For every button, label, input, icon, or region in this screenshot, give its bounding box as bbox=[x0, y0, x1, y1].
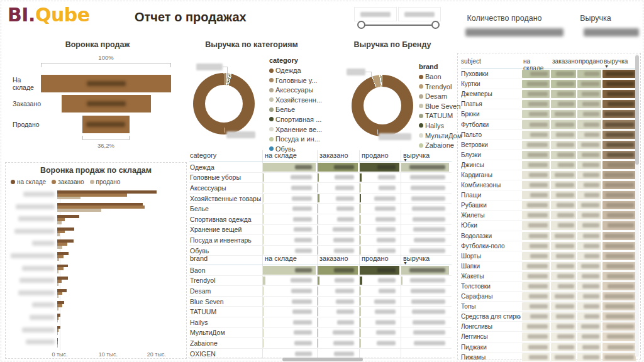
column-header[interactable]: на складе bbox=[262, 150, 316, 162]
table-row[interactable]: Пижамы bbox=[461, 353, 638, 362]
table-row[interactable]: Футболки bbox=[461, 119, 638, 129]
table-row[interactable]: Аксессуары bbox=[189, 183, 452, 194]
column-header[interactable]: на складе bbox=[262, 253, 316, 265]
funnel-bar[interactable] bbox=[62, 95, 151, 112]
legend-item[interactable]: заказано bbox=[52, 178, 84, 185]
table-row[interactable]: Пиджаки bbox=[461, 343, 638, 353]
column-header[interactable]: category bbox=[189, 150, 261, 162]
table-row[interactable]: Сарафаны bbox=[461, 292, 638, 302]
slicer-max-input[interactable] bbox=[398, 7, 441, 21]
table-row[interactable]: TATUUM bbox=[189, 307, 452, 317]
table-row[interactable]: Baon bbox=[189, 265, 452, 276]
table-row[interactable]: Хозяйственные товары bbox=[189, 194, 452, 204]
table-row[interactable]: Blue Seven bbox=[189, 297, 452, 307]
funnel-bar[interactable] bbox=[41, 75, 171, 92]
category-donut-chart[interactable] bbox=[193, 73, 255, 134]
table-row[interactable]: Блузки bbox=[461, 150, 638, 160]
legend-item[interactable]: Desam bbox=[419, 92, 462, 100]
table-row[interactable]: Zabaione bbox=[189, 338, 452, 349]
legend-item[interactable]: Baon bbox=[419, 73, 462, 80]
bar[interactable] bbox=[57, 258, 59, 261]
bar[interactable] bbox=[57, 320, 58, 323]
table-row[interactable]: Водолазки bbox=[461, 231, 638, 241]
table-row[interactable]: Джемперы bbox=[461, 89, 638, 99]
column-header[interactable]: subject bbox=[461, 57, 521, 72]
table-row[interactable]: Лонгсливы bbox=[461, 322, 638, 332]
legend-item[interactable]: Одежда bbox=[269, 67, 322, 74]
table-row[interactable]: Ветровки bbox=[461, 140, 638, 150]
legend-item[interactable]: Trendyol bbox=[419, 83, 462, 90]
table-row[interactable]: Комбинезоны bbox=[461, 180, 638, 190]
legend-item[interactable]: Zabaione bbox=[419, 141, 462, 149]
table-row[interactable]: Белье bbox=[189, 204, 452, 214]
column-header[interactable]: заказано bbox=[317, 150, 358, 162]
legend-item[interactable]: Белье bbox=[269, 106, 322, 113]
table-row[interactable]: Desam bbox=[189, 286, 452, 297]
bar[interactable] bbox=[57, 283, 58, 286]
legend-item[interactable]: Аксессуары bbox=[269, 86, 322, 94]
legend-item[interactable]: Хранение ве... bbox=[269, 126, 322, 133]
table-row[interactable]: МультиДом bbox=[189, 328, 452, 339]
bar[interactable] bbox=[57, 307, 58, 310]
bar[interactable] bbox=[57, 270, 58, 273]
table-row[interactable]: Футболки-поло bbox=[461, 241, 638, 251]
bar[interactable] bbox=[57, 221, 62, 224]
table-row[interactable]: Куртки bbox=[461, 79, 638, 89]
table-row[interactable]: Средства для стирки bbox=[461, 312, 638, 322]
column-header[interactable]: заказано bbox=[317, 253, 358, 265]
table-row[interactable]: Рубашки bbox=[461, 200, 638, 211]
bar[interactable] bbox=[57, 332, 58, 335]
legend-item[interactable]: МультиДом bbox=[419, 132, 462, 140]
table-row[interactable]: Джинсы bbox=[461, 160, 638, 170]
legend-item[interactable]: Головные у... bbox=[269, 77, 322, 84]
legend-item[interactable]: Хозяйственн... bbox=[269, 96, 322, 104]
range-slider-handle-right[interactable] bbox=[431, 21, 440, 29]
table-row[interactable]: Шорты bbox=[461, 251, 638, 261]
legend-item[interactable]: TATUUM bbox=[419, 112, 462, 119]
table-row[interactable]: Плащи bbox=[461, 190, 638, 200]
row-label: TATUUM bbox=[189, 308, 261, 315]
column-header[interactable]: brand bbox=[189, 253, 261, 265]
slicer-min-input[interactable] bbox=[354, 7, 397, 21]
legend-item[interactable]: Hailys bbox=[419, 122, 462, 129]
table-row[interactable]: Хранение вещей bbox=[189, 225, 452, 236]
bar[interactable] bbox=[57, 246, 62, 249]
table-row[interactable]: Толстовки bbox=[461, 282, 638, 292]
legend-item[interactable]: продано bbox=[90, 178, 121, 185]
table-row[interactable]: Жакеты bbox=[461, 272, 638, 282]
table-row[interactable]: Платья bbox=[461, 99, 638, 109]
bar[interactable] bbox=[57, 233, 60, 236]
table-row[interactable]: Леггинсы bbox=[461, 332, 638, 342]
table-row[interactable]: Брюки bbox=[461, 109, 638, 119]
table-row[interactable]: Жилеты bbox=[461, 211, 638, 221]
column-header[interactable]: продано bbox=[359, 253, 399, 265]
table-row[interactable]: Посуда и инвентарь bbox=[189, 235, 452, 246]
table-row[interactable]: Hailys bbox=[189, 317, 452, 328]
column-header[interactable]: выручка▼ bbox=[401, 253, 449, 265]
range-slider-track[interactable] bbox=[362, 25, 435, 26]
table-row[interactable]: Юбки bbox=[461, 221, 638, 231]
bar[interactable] bbox=[57, 295, 58, 298]
table-row[interactable]: Шапки bbox=[461, 261, 638, 272]
legend-item[interactable]: Blue Seven bbox=[419, 102, 462, 110]
table-row[interactable]: Пальто bbox=[461, 130, 638, 140]
bar[interactable] bbox=[57, 197, 80, 200]
bar[interactable] bbox=[57, 209, 101, 212]
legend-item[interactable]: Посуда и ин... bbox=[269, 135, 322, 143]
table-row[interactable]: Кардиганы bbox=[461, 170, 638, 180]
bar[interactable] bbox=[57, 344, 58, 348]
table-row[interactable]: Головные уборы bbox=[189, 173, 452, 184]
legend-item[interactable]: Спортивная ... bbox=[269, 116, 322, 123]
brand-donut-chart[interactable] bbox=[352, 75, 413, 136]
legend-item[interactable]: на складе bbox=[11, 178, 46, 185]
column-header[interactable]: продано bbox=[359, 150, 399, 162]
funnel-bar[interactable] bbox=[82, 116, 130, 133]
table-row[interactable]: Топы bbox=[461, 302, 638, 312]
range-slider-handle-left[interactable] bbox=[357, 21, 365, 29]
column-header[interactable]: выручка▼ bbox=[401, 150, 449, 162]
table-row[interactable]: Одежда bbox=[189, 162, 452, 173]
table-row[interactable]: Спортивная одежда bbox=[189, 214, 452, 225]
scrollbar-thumb[interactable] bbox=[635, 55, 639, 165]
horizontal-scrollbar-thumb[interactable] bbox=[282, 358, 363, 361]
table-row[interactable]: Trendyol bbox=[189, 276, 452, 287]
